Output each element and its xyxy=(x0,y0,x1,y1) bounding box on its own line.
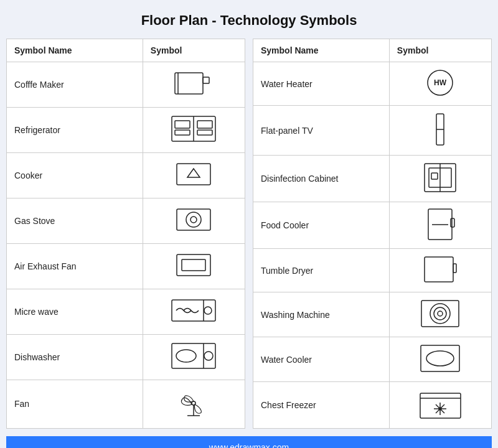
symbol-cell xyxy=(143,380,245,428)
svg-rect-39 xyxy=(421,301,459,327)
table-row: Cooker xyxy=(7,152,245,198)
symbol-cell xyxy=(389,249,491,292)
table-row: Air Exhaust Fan xyxy=(7,243,245,289)
table-row: Dishwasher xyxy=(7,334,245,380)
svg-rect-5 xyxy=(175,121,190,128)
table-row: Cofffe Maker xyxy=(7,62,245,108)
svg-marker-10 xyxy=(187,169,200,177)
symbol-cell xyxy=(143,334,245,380)
svg-point-21 xyxy=(176,350,196,362)
symbol-cell xyxy=(143,107,245,152)
svg-point-22 xyxy=(204,352,213,360)
symbol-cell xyxy=(143,289,245,334)
svg-rect-33 xyxy=(431,173,438,179)
symbol-name: Flat-panel TV xyxy=(253,106,390,156)
table-row: Disinfection Cabinet xyxy=(253,156,492,202)
table-row: Micre wave xyxy=(7,289,245,334)
svg-rect-0 xyxy=(175,73,203,94)
symbol-name: Dishwasher xyxy=(7,334,143,380)
right-col-name: Symbol Name xyxy=(253,39,390,62)
svg-rect-35 xyxy=(451,218,454,227)
symbol-name: Refrigerator xyxy=(7,107,143,152)
svg-text:HW: HW xyxy=(434,78,447,87)
table-row: Chest Freezer xyxy=(253,382,492,429)
table-row: Fan xyxy=(7,380,245,428)
symbol-cell xyxy=(389,202,491,249)
svg-rect-9 xyxy=(177,164,210,185)
table-row: Tumble Dryer xyxy=(253,249,492,292)
table-row: Water Cooler xyxy=(253,337,492,382)
symbol-name: Water Cooler xyxy=(253,337,390,382)
symbol-cell xyxy=(389,106,491,156)
symbol-name: Disinfection Cabinet xyxy=(253,156,390,202)
symbol-name: Tumble Dryer xyxy=(253,249,390,292)
symbol-name: Fan xyxy=(7,380,143,428)
svg-rect-38 xyxy=(453,264,456,273)
symbol-cell xyxy=(389,382,491,429)
tables-wrapper: Symbol Name Symbol Cofffe Maker Refriger… xyxy=(6,39,492,429)
symbol-cell xyxy=(143,152,245,198)
svg-rect-37 xyxy=(425,257,453,282)
symbol-name: Food Cooler xyxy=(253,202,390,249)
svg-point-41 xyxy=(434,307,446,320)
svg-rect-19 xyxy=(172,343,215,368)
symbol-name: Water Heater xyxy=(253,62,390,106)
table-row: Washing Machine xyxy=(253,292,492,337)
svg-point-44 xyxy=(426,351,454,366)
footer-text: www.edrawmax.com xyxy=(209,442,289,448)
symbol-name: Gas Stove xyxy=(7,198,143,243)
left-col-symbol: Symbol xyxy=(143,39,245,62)
svg-rect-15 xyxy=(182,259,205,271)
svg-rect-1 xyxy=(203,77,209,83)
symbol-name: Cooker xyxy=(7,152,143,198)
symbol-cell xyxy=(143,243,245,289)
footer: www.edrawmax.com xyxy=(6,436,492,448)
svg-point-42 xyxy=(438,311,443,316)
symbol-name: Washing Machine xyxy=(253,292,390,337)
svg-point-13 xyxy=(190,217,197,223)
right-col-symbol: Symbol xyxy=(389,39,491,62)
svg-point-12 xyxy=(186,212,201,227)
symbol-cell xyxy=(389,337,491,382)
symbol-cell xyxy=(389,292,491,337)
symbol-name: Micre wave xyxy=(7,289,143,334)
symbol-name: Cofffe Maker xyxy=(7,62,143,108)
table-row: Gas Stove xyxy=(7,198,245,243)
svg-rect-8 xyxy=(197,130,212,135)
svg-point-18 xyxy=(204,307,212,314)
symbol-cell: HW xyxy=(389,62,491,106)
left-table: Symbol Name Symbol Cofffe Maker Refriger… xyxy=(6,39,245,429)
left-col-name: Symbol Name xyxy=(7,39,143,62)
table-row: Refrigerator xyxy=(7,107,245,152)
svg-rect-6 xyxy=(197,121,212,128)
table-row: Flat-panel TV xyxy=(253,106,492,156)
symbol-name: Chest Freezer xyxy=(253,382,390,429)
svg-rect-16 xyxy=(172,300,215,321)
right-table: Symbol Name Symbol Water Heater HW Flat-… xyxy=(253,39,492,429)
symbol-name: Air Exhaust Fan xyxy=(7,243,143,289)
symbol-cell xyxy=(143,62,245,108)
table-row: Food Cooler xyxy=(253,202,492,249)
symbol-cell xyxy=(143,198,245,243)
table-row: Water Heater HW xyxy=(253,62,492,106)
svg-point-40 xyxy=(430,304,450,324)
page-title: Floor Plan - Technology Symbols xyxy=(141,12,357,29)
symbol-cell xyxy=(389,156,491,202)
svg-rect-7 xyxy=(175,130,190,135)
